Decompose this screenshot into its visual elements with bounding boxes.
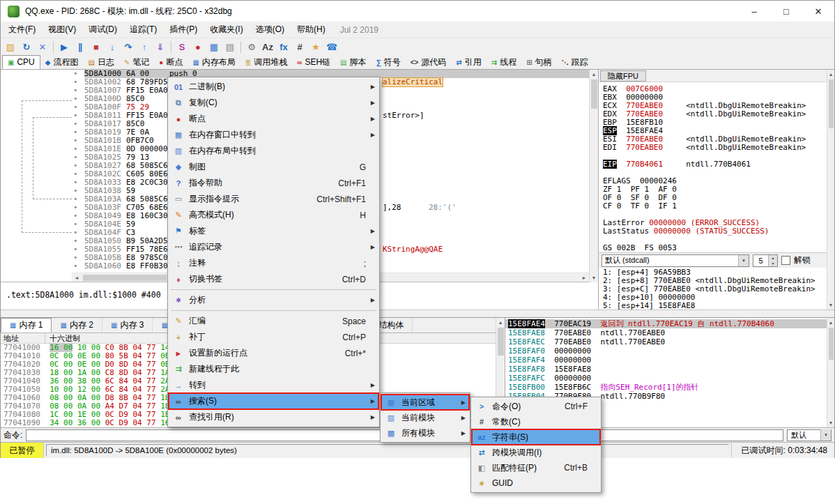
tab-script[interactable]: ▤脚本	[335, 55, 371, 69]
preferences-icon[interactable]: ⚙	[244, 40, 259, 54]
arg-depth-stepper[interactable]: 5 ▲▼	[753, 254, 778, 267]
scroll-thumb[interactable]	[498, 328, 504, 356]
menu-item-graph[interactable]: ◆制图G	[169, 159, 378, 175]
tab-handles[interactable]: ⊞句柄	[521, 55, 556, 69]
memory-map-icon[interactable]: ▦	[206, 40, 222, 54]
menubar-item[interactable]: 收藏夹(I)	[204, 22, 249, 36]
hide-fpu-button[interactable]: 隐藏FPU	[600, 70, 646, 82]
tab-notes[interactable]: ✎笔记	[119, 55, 154, 69]
tab-symbols[interactable]: ∑符号	[371, 55, 406, 69]
minimize-button[interactable]: –	[738, 1, 770, 22]
scroll-thumb[interactable]	[83, 275, 167, 281]
scroll-thumb[interactable]	[829, 79, 834, 128]
stack-row[interactable]: 15E8FAE8 770EABE0 ntdll.770EABE0	[505, 328, 827, 337]
tab-memory-map[interactable]: ▦内存布局	[187, 55, 240, 69]
scylla-icon[interactable]: S	[174, 40, 190, 54]
tab-cpu[interactable]: ▣CPU	[2, 55, 40, 69]
tab-memory-3[interactable]: ▦内存 3	[102, 318, 153, 333]
menubar-item[interactable]: 帮助(H)	[291, 22, 332, 36]
patches-icon[interactable]: #	[292, 40, 307, 54]
tab-graph[interactable]: ◆流程图	[40, 55, 84, 69]
tab-memory-2[interactable]: ▦内存 2	[52, 318, 102, 333]
tab-memory-1[interactable]: ▦内存 1	[1, 318, 52, 333]
log-window-icon[interactable]: ▤	[222, 40, 238, 54]
menu-item-search[interactable]: ∞搜索(S)▶	[169, 393, 378, 409]
step-over-icon[interactable]: ↷	[121, 40, 136, 54]
tab-references[interactable]: ⇄引用	[451, 55, 486, 69]
menubar-item[interactable]: 选项(O)	[250, 22, 291, 36]
appearance-icon[interactable]: Az	[260, 40, 275, 54]
menubar-item[interactable]: 插件(P)	[163, 22, 204, 36]
menubar-item[interactable]: 文件(F)	[2, 22, 42, 36]
pause-icon[interactable]: ∥	[72, 40, 88, 54]
tab-breakpoints[interactable]: ●断点	[154, 55, 187, 69]
menu-item-assemble[interactable]: ✎汇编Space	[169, 313, 378, 329]
menu-item-copy[interactable]: ⧉复制(C)▶	[169, 95, 378, 111]
stepper-down-icon[interactable]: ▼	[769, 261, 777, 266]
stack-row[interactable]: 15E8FAF8 15E8FAE8	[505, 365, 827, 374]
menu-item-constant[interactable]: #常数(C)	[472, 414, 600, 429]
chevron-down-icon[interactable]: ▼	[738, 255, 749, 266]
menu-item-binary[interactable]: 01二进制(B)▶	[169, 79, 378, 95]
menu-item-toggle-bookmark[interactable]: ♦切换书签Ctrl+D	[169, 271, 378, 287]
menu-item-instruction-help[interactable]: ?指令帮助Ctrl+F1	[169, 175, 378, 191]
menu-item-guid[interactable]: ∗GUID	[472, 475, 600, 491]
close-icon[interactable]: ✕	[35, 40, 50, 54]
scroll-down-icon[interactable]: ▼	[827, 420, 834, 425]
open-file-icon[interactable]: ▨	[3, 40, 18, 54]
menu-item-current-region[interactable]: ▦当前区域▶	[381, 395, 469, 410]
favourites-icon[interactable]: ★	[308, 40, 323, 54]
menubar-item[interactable]: 追踪(T)	[123, 22, 163, 36]
menu-item-command[interactable]: >命令(O)Ctrl+F	[472, 399, 600, 414]
stack-row[interactable]: 15E8FB00 15E8FB6C 指向SEH_Record[1]的指针	[505, 383, 827, 392]
stack-row[interactable]: 15E8FAF0 00000000	[505, 346, 827, 356]
unlock-checkbox[interactable]	[781, 256, 790, 265]
menu-item-find-references[interactable]: ∞查找引用(R)▶	[169, 409, 378, 425]
stack-row[interactable]: 15E8FAF4 00000000	[505, 356, 827, 365]
menu-item-string[interactable]: az字符串(S)	[472, 429, 600, 445]
menu-item-pattern[interactable]: ◧匹配特征(P)Ctrl+B	[472, 460, 600, 475]
menu-item-show-instruction-tips[interactable]: ▭显示指令提示Ctrl+Shift+F1	[169, 191, 378, 207]
menu-item-set-new-origin[interactable]: ►设置新的运行点Ctrl+*	[169, 345, 378, 361]
menu-item-comment[interactable]: ;注释;	[169, 255, 378, 271]
menu-item-highlight-mode[interactable]: ✎高亮模式(H)H	[169, 207, 378, 223]
calling-convention-select[interactable]: 默认 (stdcall) ▼	[602, 254, 749, 267]
scroll-up-icon[interactable]: ▲	[496, 320, 505, 325]
step-into-icon[interactable]: ↓	[105, 40, 120, 54]
stepper-up-icon[interactable]: ▲	[769, 255, 777, 261]
run-to-user-code-icon[interactable]: ⇓	[153, 40, 168, 54]
menubar-item[interactable]: 视图(V)	[42, 22, 82, 36]
menu-item-breakpoints[interactable]: ●断点▶	[169, 111, 378, 127]
scroll-up-icon[interactable]: ▲	[827, 72, 834, 77]
restart-icon[interactable]: ↻	[19, 40, 34, 54]
menu-item-goto[interactable]: →转到▶	[169, 377, 378, 393]
breakpoint-gutter-dot[interactable]: •	[73, 262, 78, 270]
scroll-right-icon[interactable]: ►	[581, 275, 588, 280]
menu-item-analysis[interactable]: ∗分析▶	[169, 292, 378, 308]
menu-item-patch[interactable]: +补丁Ctrl+P	[169, 329, 378, 345]
command-profile-select[interactable]: 默认 ▼	[787, 429, 832, 441]
menu-item-current-module[interactable]: ▥当前模块▶	[381, 410, 469, 425]
maximize-button[interactable]: □	[770, 1, 802, 22]
help-icon[interactable]: ☎	[324, 40, 339, 54]
tab-source[interactable]: <>源代码	[406, 55, 452, 69]
execute-till-return-icon[interactable]: ↑	[137, 40, 152, 54]
stepper-arrows[interactable]: ▲▼	[768, 255, 777, 266]
stack-row[interactable]: 15E8FAEC 770EABE0 ntdll.770EABE0	[505, 337, 827, 346]
menu-item-goto-memory-window[interactable]: ▦在内存窗口中转到▶	[169, 127, 378, 143]
menu-item-new-thread-here[interactable]: ⇉新建线程于此	[169, 361, 378, 377]
stack-row[interactable]: 15E8FAFC 00000000	[505, 374, 827, 383]
disasm-vscrollbar[interactable]: ▲ ▼	[589, 70, 598, 282]
stack-scrollbar[interactable]: ▲ ▼	[827, 318, 834, 427]
registers-scrollbar[interactable]: ▲ ▼	[827, 70, 834, 310]
tab-log[interactable]: ▤日志	[84, 55, 119, 69]
scroll-down-icon[interactable]: ▼	[827, 303, 834, 307]
run-icon[interactable]: ▶	[56, 40, 72, 54]
menu-item-intermodular-calls[interactable]: ⇄跨模块调用(I)	[472, 445, 600, 460]
menu-item-trace-record[interactable]: ⋯追踪记录▶	[169, 239, 378, 255]
scroll-left-icon[interactable]: ◄	[73, 275, 80, 280]
tab-seh[interactable]: ∞SEH链	[292, 55, 335, 69]
stack-row[interactable]: 15E8FAE4 770EAC19 返回到 ntdll.770EAC19 自 n…	[505, 319, 827, 328]
breakpoints-icon[interactable]: ●	[190, 40, 206, 54]
tab-trace[interactable]: ⋱跟踪	[557, 55, 593, 69]
